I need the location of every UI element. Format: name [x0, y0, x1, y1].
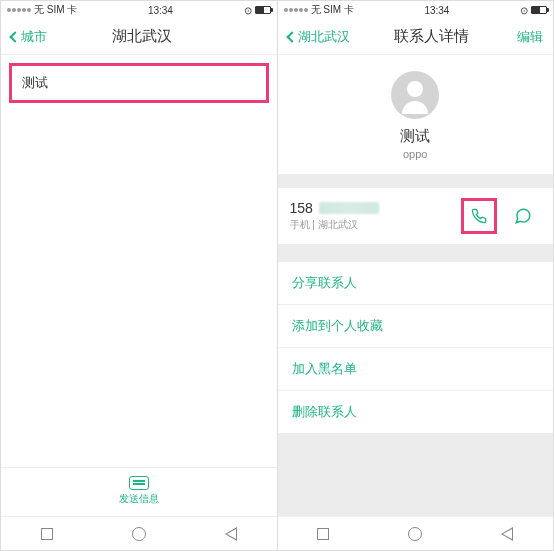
- message-icon: [129, 476, 149, 490]
- chevron-left-icon: [286, 31, 297, 42]
- back-button[interactable]: 城市: [11, 28, 47, 46]
- battery-icon: [531, 6, 547, 14]
- action-list: 分享联系人 添加到个人收藏 加入黑名单 删除联系人: [278, 262, 554, 433]
- call-button[interactable]: [461, 198, 497, 234]
- add-blacklist-button[interactable]: 加入黑名单: [278, 348, 554, 391]
- alarm-icon: ⊙: [244, 5, 252, 16]
- recents-button[interactable]: [41, 528, 53, 540]
- carrier-label: 无 SIM 卡: [34, 3, 77, 17]
- send-message-label: 发送信息: [1, 492, 277, 506]
- alarm-icon: ⊙: [520, 5, 528, 16]
- phone-screen-left: 无 SIM 卡 13:34 ⊙ 城市 湖北武汉 测试 发送信息: [0, 0, 278, 551]
- recents-button[interactable]: [317, 528, 329, 540]
- chevron-left-icon: [9, 31, 20, 42]
- status-bar: 无 SIM 卡 13:34 ⊙: [278, 1, 554, 19]
- share-contact-button[interactable]: 分享联系人: [278, 262, 554, 305]
- phone-icon: [471, 208, 487, 224]
- back-button[interactable]: 湖北武汉: [288, 28, 350, 46]
- back-label: 湖北武汉: [298, 28, 350, 46]
- redacted-number: [319, 202, 379, 214]
- edit-button[interactable]: 编辑: [513, 28, 543, 46]
- page-title: 联系人详情: [394, 27, 469, 46]
- content-area: 测试 oppo 158 手机 | 湖北武汉 分享联系人 添加到个人收藏 加入黑: [278, 55, 554, 516]
- phone-screen-right: 无 SIM 卡 13:34 ⊙ 湖北武汉 联系人详情 编辑 测试 oppo 15…: [278, 0, 555, 551]
- send-message-button[interactable]: 发送信息: [1, 467, 277, 516]
- search-input[interactable]: 测试: [9, 63, 269, 103]
- battery-icon: [255, 6, 271, 14]
- back-label: 城市: [21, 28, 47, 46]
- phone-number: 158: [290, 200, 462, 216]
- phone-row: 158 手机 | 湖北武汉: [278, 188, 554, 244]
- contact-subtitle: oppo: [278, 148, 554, 160]
- page-title: 湖北武汉: [112, 27, 172, 46]
- content-area: [1, 111, 277, 467]
- home-button[interactable]: [408, 527, 422, 541]
- home-button[interactable]: [132, 527, 146, 541]
- carrier-label: 无 SIM 卡: [311, 3, 354, 17]
- nav-bar: 湖北武汉 联系人详情 编辑: [278, 19, 554, 55]
- back-system-button[interactable]: [501, 527, 513, 541]
- clock: 13:34: [148, 5, 173, 16]
- clock: 13:34: [424, 5, 449, 16]
- contact-name: 测试: [278, 127, 554, 146]
- chat-icon: [514, 207, 532, 225]
- avatar: [391, 71, 439, 119]
- nav-bar: 城市 湖北武汉: [1, 19, 277, 55]
- phone-meta: 手机 | 湖北武汉: [290, 218, 462, 232]
- phone-info[interactable]: 158 手机 | 湖北武汉: [290, 200, 462, 232]
- contact-header: 测试 oppo: [278, 55, 554, 174]
- system-nav: [1, 516, 277, 550]
- add-favorite-button[interactable]: 添加到个人收藏: [278, 305, 554, 348]
- status-bar: 无 SIM 卡 13:34 ⊙: [1, 1, 277, 19]
- delete-contact-button[interactable]: 删除联系人: [278, 391, 554, 433]
- message-button[interactable]: [505, 207, 541, 225]
- system-nav: [278, 516, 554, 550]
- back-system-button[interactable]: [225, 527, 237, 541]
